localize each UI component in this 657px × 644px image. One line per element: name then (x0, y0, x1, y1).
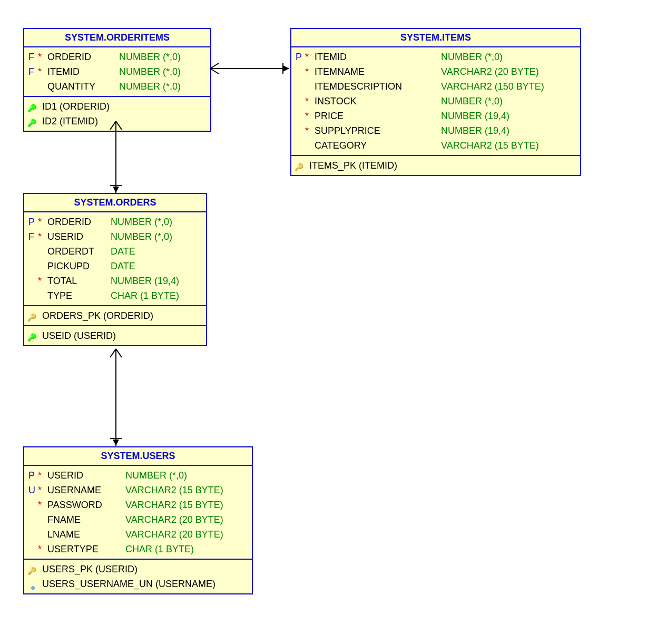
column-type: DATE (111, 259, 135, 274)
column-type: NUMBER (*,0) (119, 64, 181, 79)
column-type: NUMBER (*,0) (441, 94, 503, 109)
relation-orders-users (103, 348, 129, 449)
column-row: *ITEMNAMEVARCHAR2 (20 BYTE) (296, 64, 576, 79)
required-indicator: * (38, 274, 47, 288)
column-row: P*USERIDNUMBER (*,0) (28, 468, 248, 483)
column-name: FNAME (47, 512, 125, 527)
entity-columns: F * ORDERID NUMBER (*,0) F * ITEMID NUMB… (24, 47, 210, 96)
column-type: VARCHAR2 (20 BYTE) (125, 512, 223, 527)
column-type: VARCHAR2 (150 BYTE) (441, 79, 544, 94)
fk-key-icon (28, 103, 39, 110)
key-indicator: F (28, 229, 38, 244)
index-row: USERS_PK (USERID) (28, 562, 248, 577)
index-row: ID1 (ORDERID) (28, 99, 206, 114)
column-name: ITEMNAME (315, 64, 441, 79)
column-type: NUMBER (*,0) (125, 468, 187, 483)
index-text: ITEMS_PK (ITEMID) (309, 158, 397, 173)
index-row: ID2 (ITEMID) (28, 114, 206, 129)
column-name: LNAME (47, 527, 125, 542)
column-name: USERID (47, 229, 111, 244)
column-row: PICKUPDDATE (28, 259, 202, 274)
column-row: U*USERNAMEVARCHAR2 (15 BYTE) (28, 483, 248, 497)
column-row: *INSTOCKNUMBER (*,0) (296, 94, 576, 109)
entity-indexes: ID1 (ORDERID) ID2 (ITEMID) (24, 96, 210, 131)
column-type: NUMBER (*,0) (111, 214, 172, 229)
entity-users[interactable]: SYSTEM.USERS P*USERIDNUMBER (*,0) U*USER… (23, 446, 253, 594)
column-type: CHAR (1 BYTE) (125, 542, 194, 557)
index-row: USEID (USERID) (28, 328, 202, 343)
column-type: NUMBER (19,4) (441, 123, 509, 138)
svg-line-12 (116, 349, 122, 357)
required-indicator: * (38, 214, 47, 229)
column-name: TYPE (47, 288, 111, 303)
key-indicator: F (28, 64, 38, 79)
entity-items[interactable]: SYSTEM.ITEMS P*ITEMIDNUMBER (*,0) *ITEMN… (290, 28, 581, 176)
required-indicator: * (38, 64, 47, 79)
column-type: VARCHAR2 (15 BYTE) (125, 483, 223, 497)
entity-columns: P*USERIDNUMBER (*,0) U*USERNAMEVARCHAR2 … (24, 466, 252, 559)
column-row: CATEGORYVARCHAR2 (15 BYTE) (296, 138, 576, 153)
column-row: F * ORDERID NUMBER (*,0) (28, 50, 206, 64)
column-row: F*USERIDNUMBER (*,0) (28, 229, 202, 244)
required-indicator: * (38, 542, 47, 557)
required-indicator: * (38, 229, 47, 244)
relation-orderitems-items (209, 58, 293, 79)
column-type: NUMBER (*,0) (119, 50, 181, 64)
column-row: F * ITEMID NUMBER (*,0) (28, 64, 206, 79)
column-type: DATE (111, 244, 135, 259)
required-indicator: * (38, 483, 47, 497)
key-indicator: U (28, 483, 38, 497)
index-row: ORDERS_PK (ORDERID) (28, 308, 202, 323)
unique-icon (28, 580, 39, 588)
column-name: CATEGORY (315, 138, 441, 153)
column-name: PASSWORD (47, 497, 125, 512)
required-indicator: * (305, 64, 315, 79)
column-row: *TOTALNUMBER (19,4) (28, 274, 202, 288)
column-row: TYPECHAR (1 BYTE) (28, 288, 202, 303)
column-row: ORDERDTDATE (28, 244, 202, 259)
svg-line-11 (110, 349, 116, 357)
column-type: VARCHAR2 (20 BYTE) (125, 527, 223, 542)
entity-orderitems[interactable]: SYSTEM.ORDERITEMS F * ORDERID NUMBER (*,… (23, 28, 211, 132)
column-row: *SUPPLYPRICENUMBER (19,4) (296, 123, 576, 138)
entity-columns: P*ITEMIDNUMBER (*,0) *ITEMNAMEVARCHAR2 (… (291, 47, 580, 155)
pk-key-icon (28, 565, 39, 573)
column-name: QUANTITY (47, 79, 119, 94)
index-text: ID2 (ITEMID) (42, 114, 98, 129)
key-indicator: P (296, 50, 305, 64)
fk-key-icon (28, 332, 39, 339)
column-row: P*ITEMIDNUMBER (*,0) (296, 50, 576, 64)
index-text: ID1 (ORDERID) (42, 99, 110, 114)
column-name: ORDERID (47, 50, 119, 64)
column-name: PICKUPD (47, 259, 111, 274)
column-name: USERID (47, 468, 125, 483)
key-indicator: P (28, 468, 38, 483)
column-row: *USERTYPECHAR (1 BYTE) (28, 542, 248, 557)
required-indicator: * (38, 50, 47, 64)
column-name: ITEMDESCRIPTION (315, 79, 441, 94)
svg-line-1 (210, 63, 219, 69)
entity-columns: P*ORDERIDNUMBER (*,0) F*USERIDNUMBER (*,… (24, 212, 206, 305)
entity-orders[interactable]: SYSTEM.ORDERS P*ORDERIDNUMBER (*,0) F*US… (23, 193, 207, 346)
svg-marker-14 (113, 440, 119, 446)
entity-title: SYSTEM.ORDERS (24, 194, 206, 212)
index-text: USERS_PK (USERID) (42, 562, 138, 577)
column-type: NUMBER (19,4) (111, 274, 179, 288)
column-name: ORDERDT (47, 244, 111, 259)
column-name: ITEMID (47, 64, 119, 79)
required-indicator: * (305, 94, 315, 109)
column-name: ITEMID (315, 50, 441, 64)
column-type: VARCHAR2 (15 BYTE) (125, 497, 223, 512)
required-indicator: * (305, 109, 315, 123)
column-type: VARCHAR2 (20 BYTE) (441, 64, 539, 79)
column-name: TOTAL (47, 274, 111, 288)
entity-title: SYSTEM.USERS (24, 447, 252, 466)
column-name: ORDERID (47, 214, 111, 229)
svg-marker-9 (113, 187, 119, 193)
index-text: USEID (USERID) (42, 328, 116, 343)
column-row: *PRICENUMBER (19,4) (296, 109, 576, 123)
column-type: NUMBER (19,4) (441, 109, 509, 123)
entity-title: SYSTEM.ORDERITEMS (24, 29, 210, 47)
index-row: USERS_USERNAME_UN (USERNAME) (28, 577, 248, 591)
pk-key-icon (296, 162, 306, 169)
